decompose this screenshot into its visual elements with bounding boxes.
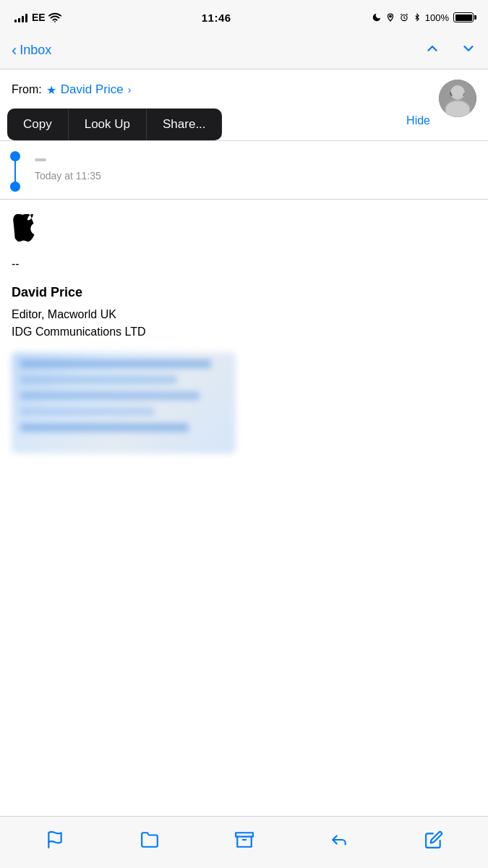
sender-name[interactable]: David Price — [61, 82, 124, 97]
flag-icon — [46, 830, 64, 849]
signature-name: David Price — [12, 285, 476, 300]
svg-rect-10 — [236, 833, 253, 836]
email-header: From: ★ David Price › Copy Look — [0, 69, 488, 141]
nav-arrows — [424, 41, 476, 61]
signal-bar-4 — [25, 14, 27, 22]
from-row: From: ★ David Price › — [12, 82, 476, 97]
avatar-svg — [439, 80, 476, 117]
compose-icon — [424, 830, 443, 849]
share-button[interactable]: Share... — [147, 109, 222, 140]
bluetooth-icon — [414, 12, 421, 22]
bottom-toolbar — [0, 816, 488, 868]
apple-logo-selected — [35, 158, 46, 161]
avatar-image — [439, 80, 476, 117]
hide-button[interactable]: Hide — [406, 114, 430, 127]
back-chevron-icon: ‹ — [12, 43, 17, 59]
reply-button[interactable] — [321, 824, 357, 856]
folder-icon — [140, 830, 159, 849]
avatar[interactable] — [439, 80, 476, 117]
email-date: Today at 11:35 — [35, 170, 476, 182]
email-body: -- David Price Editor, Macworld UK IDG C… — [0, 200, 488, 468]
status-bar: EE 11:46 100% — [0, 0, 488, 32]
signal-bar-3 — [22, 16, 24, 22]
carrier-label: EE — [32, 12, 46, 23]
svg-rect-7 — [458, 92, 464, 95]
status-left: EE — [14, 12, 61, 23]
blurred-line-3 — [20, 391, 200, 400]
signal-bar-1 — [14, 20, 17, 22]
archive-icon — [235, 830, 254, 849]
selection-area: Today at 11:35 — [0, 141, 488, 199]
flag-button[interactable] — [37, 824, 73, 856]
signature-title: Editor, Macworld UK IDG Communications L… — [12, 306, 476, 341]
svg-point-1 — [390, 15, 392, 17]
blurred-line-2 — [20, 375, 177, 384]
selection-handle-bottom — [10, 182, 20, 192]
apple-logo-large — [12, 214, 476, 246]
location-icon — [386, 12, 395, 22]
folder-button[interactable] — [132, 824, 168, 856]
signature-title-line1: Editor, Macworld UK — [12, 308, 116, 320]
reply-icon — [330, 830, 348, 849]
apple-logo-svg — [12, 214, 35, 242]
from-label: From: — [12, 83, 42, 96]
status-time: 11:46 — [202, 12, 231, 24]
status-right: 100% — [372, 12, 474, 23]
moon-icon — [372, 12, 382, 22]
signal-bars — [14, 12, 27, 22]
next-email-button[interactable] — [461, 41, 476, 61]
wifi-icon — [48, 12, 61, 22]
blurred-contact-block — [12, 352, 236, 454]
blurred-line-1 — [20, 359, 211, 368]
svg-rect-6 — [450, 92, 456, 95]
look-up-button[interactable]: Look Up — [69, 109, 147, 140]
battery-icon — [453, 12, 474, 22]
copy-button[interactable]: Copy — [7, 109, 69, 140]
battery-percent: 100% — [425, 12, 449, 23]
previous-email-button[interactable] — [424, 41, 440, 61]
from-left: From: ★ David Price › — [12, 82, 131, 97]
battery-fill — [455, 14, 472, 21]
compose-button[interactable] — [416, 824, 452, 856]
blurred-line-4 — [20, 407, 155, 416]
blurred-line-5 — [20, 423, 189, 432]
back-button[interactable]: ‹ Inbox — [12, 43, 51, 59]
back-label: Inbox — [20, 43, 51, 58]
svg-point-0 — [54, 21, 56, 22]
signature-title-line2: IDG Communications LTD — [12, 326, 146, 338]
alarm-icon — [399, 12, 409, 22]
nav-bar: ‹ Inbox — [0, 32, 488, 69]
sender-chevron-icon: › — [128, 84, 132, 95]
svg-point-4 — [450, 85, 465, 100]
archive-button[interactable] — [226, 824, 262, 856]
selected-content — [35, 151, 476, 164]
signal-bar-2 — [18, 18, 20, 22]
star-icon: ★ — [46, 83, 56, 97]
signature-dash: -- — [12, 258, 476, 271]
context-menu: Copy Look Up Share... — [7, 109, 222, 140]
